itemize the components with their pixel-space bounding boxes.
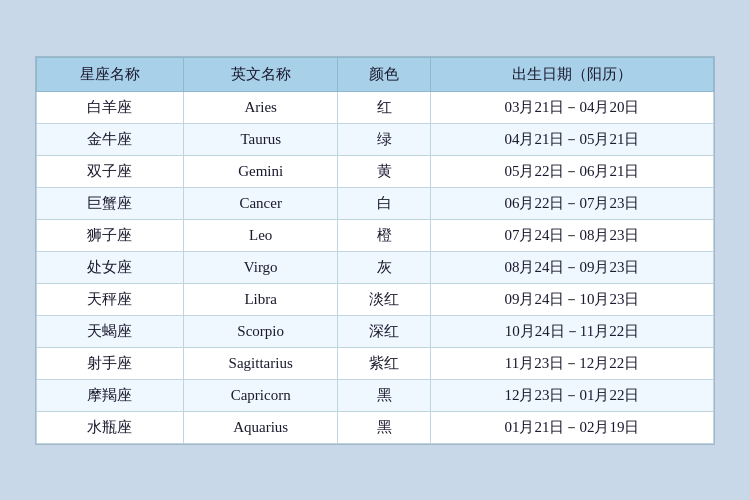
cell-dates: 03月21日－04月20日 <box>430 91 713 123</box>
table-row: 天秤座Libra淡红09月24日－10月23日 <box>37 283 714 315</box>
cell-english-name: Scorpio <box>183 315 338 347</box>
cell-chinese-name: 白羊座 <box>37 91 184 123</box>
cell-chinese-name: 巨蟹座 <box>37 187 184 219</box>
cell-color: 淡红 <box>338 283 431 315</box>
header-color: 颜色 <box>338 57 431 91</box>
cell-color: 白 <box>338 187 431 219</box>
table-row: 白羊座Aries红03月21日－04月20日 <box>37 91 714 123</box>
cell-english-name: Cancer <box>183 187 338 219</box>
cell-chinese-name: 射手座 <box>37 347 184 379</box>
header-dates: 出生日期（阳历） <box>430 57 713 91</box>
cell-english-name: Libra <box>183 283 338 315</box>
cell-english-name: Taurus <box>183 123 338 155</box>
cell-color: 黄 <box>338 155 431 187</box>
table-row: 金牛座Taurus绿04月21日－05月21日 <box>37 123 714 155</box>
cell-english-name: Gemini <box>183 155 338 187</box>
cell-color: 黑 <box>338 411 431 443</box>
zodiac-table-container: 星座名称 英文名称 颜色 出生日期（阳历） 白羊座Aries红03月21日－04… <box>35 56 715 445</box>
cell-chinese-name: 天蝎座 <box>37 315 184 347</box>
cell-english-name: Aries <box>183 91 338 123</box>
zodiac-table: 星座名称 英文名称 颜色 出生日期（阳历） 白羊座Aries红03月21日－04… <box>36 57 714 444</box>
cell-chinese-name: 处女座 <box>37 251 184 283</box>
table-row: 摩羯座Capricorn黑12月23日－01月22日 <box>37 379 714 411</box>
cell-dates: 06月22日－07月23日 <box>430 187 713 219</box>
table-row: 天蝎座Scorpio深红10月24日－11月22日 <box>37 315 714 347</box>
cell-english-name: Virgo <box>183 251 338 283</box>
cell-chinese-name: 天秤座 <box>37 283 184 315</box>
cell-color: 绿 <box>338 123 431 155</box>
cell-chinese-name: 金牛座 <box>37 123 184 155</box>
header-chinese-name: 星座名称 <box>37 57 184 91</box>
table-row: 处女座Virgo灰08月24日－09月23日 <box>37 251 714 283</box>
cell-english-name: Leo <box>183 219 338 251</box>
cell-color: 黑 <box>338 379 431 411</box>
cell-dates: 01月21日－02月19日 <box>430 411 713 443</box>
cell-color: 灰 <box>338 251 431 283</box>
cell-chinese-name: 水瓶座 <box>37 411 184 443</box>
cell-english-name: Aquarius <box>183 411 338 443</box>
table-row: 水瓶座Aquarius黑01月21日－02月19日 <box>37 411 714 443</box>
cell-chinese-name: 狮子座 <box>37 219 184 251</box>
table-row: 狮子座Leo橙07月24日－08月23日 <box>37 219 714 251</box>
header-english-name: 英文名称 <box>183 57 338 91</box>
cell-color: 深红 <box>338 315 431 347</box>
cell-dates: 08月24日－09月23日 <box>430 251 713 283</box>
cell-english-name: Sagittarius <box>183 347 338 379</box>
cell-dates: 12月23日－01月22日 <box>430 379 713 411</box>
cell-dates: 10月24日－11月22日 <box>430 315 713 347</box>
table-header-row: 星座名称 英文名称 颜色 出生日期（阳历） <box>37 57 714 91</box>
cell-dates: 04月21日－05月21日 <box>430 123 713 155</box>
cell-chinese-name: 双子座 <box>37 155 184 187</box>
cell-dates: 11月23日－12月22日 <box>430 347 713 379</box>
cell-dates: 05月22日－06月21日 <box>430 155 713 187</box>
cell-english-name: Capricorn <box>183 379 338 411</box>
table-row: 双子座Gemini黄05月22日－06月21日 <box>37 155 714 187</box>
cell-color: 红 <box>338 91 431 123</box>
cell-dates: 07月24日－08月23日 <box>430 219 713 251</box>
table-row: 巨蟹座Cancer白06月22日－07月23日 <box>37 187 714 219</box>
cell-chinese-name: 摩羯座 <box>37 379 184 411</box>
cell-color: 橙 <box>338 219 431 251</box>
cell-color: 紫红 <box>338 347 431 379</box>
cell-dates: 09月24日－10月23日 <box>430 283 713 315</box>
table-row: 射手座Sagittarius紫红11月23日－12月22日 <box>37 347 714 379</box>
